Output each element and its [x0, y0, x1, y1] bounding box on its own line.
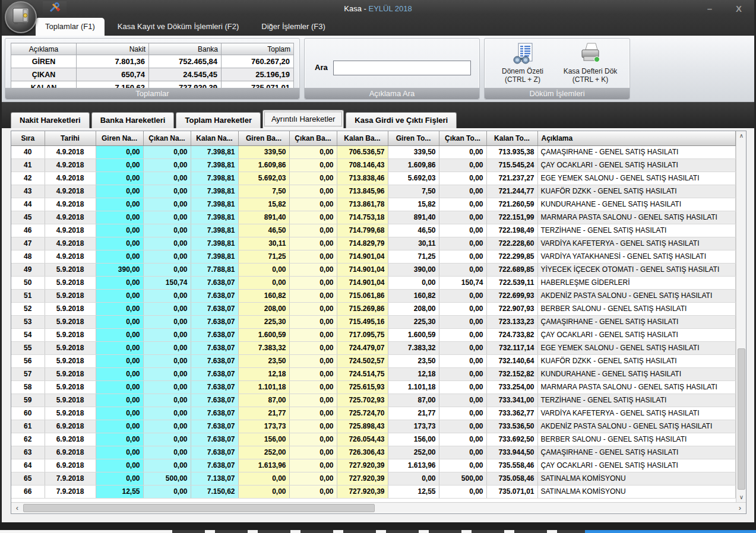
cell[interactable]: 1.101,18: [388, 380, 439, 394]
cell[interactable]: 735.058,46: [486, 472, 537, 485]
cell[interactable]: 724.502,57: [337, 354, 388, 367]
cell[interactable]: 0,00: [143, 420, 191, 433]
cell[interactable]: 7.638,07: [191, 289, 238, 302]
cell[interactable]: 727.920,39: [337, 485, 388, 498]
cell[interactable]: 0,00: [439, 367, 486, 380]
cell[interactable]: MARMARA PASTA SALONU - GENEL SATIŞ HASIL…: [537, 380, 736, 394]
column-header-tarihi[interactable]: Tarihi: [45, 131, 96, 145]
cell[interactable]: 0,00: [143, 237, 191, 250]
cell[interactable]: 0,00: [143, 185, 191, 198]
ribbon-tab-kasa-kayit-ve-dokum-islemleri-f2[interactable]: Kasa Kayıt ve Döküm İşlemleri (F2): [108, 18, 248, 36]
cell[interactable]: 0,00: [143, 263, 191, 276]
cell[interactable]: 725.702,93: [337, 394, 388, 407]
cell[interactable]: 4.9.2018: [45, 211, 96, 224]
cell[interactable]: 62: [11, 433, 45, 446]
cell[interactable]: 0,00: [289, 328, 337, 341]
cell[interactable]: 5.9.2018: [45, 276, 96, 289]
cell[interactable]: 160,82: [388, 289, 439, 302]
cell[interactable]: 0,00: [96, 420, 143, 433]
cell[interactable]: 5.9.2018: [45, 328, 96, 341]
cell[interactable]: 713.838,46: [337, 172, 388, 185]
cell[interactable]: EGE YEMEK SALONU - GENEL SATIŞ HASILATI: [537, 341, 736, 354]
cell[interactable]: 732.140,64: [486, 354, 537, 367]
cell[interactable]: 7.398,81: [191, 145, 238, 158]
cell[interactable]: 63: [11, 446, 45, 459]
cell[interactable]: 7.638,07: [191, 315, 238, 328]
cell[interactable]: EGE YEMEK SALONU - GENEL SATIŞ HASILATI: [537, 172, 736, 185]
cell[interactable]: 0,00: [96, 224, 143, 237]
cell[interactable]: 0,00: [289, 420, 337, 433]
scroll-left-icon[interactable]: ‹: [12, 503, 22, 513]
cell[interactable]: 0,00: [439, 380, 486, 394]
cell[interactable]: 1.613,96: [238, 459, 289, 472]
table-row[interactable]: 434.9.20180,000,007.398,817,500,00713.84…: [11, 185, 736, 198]
cell[interactable]: 46: [11, 224, 45, 237]
cell[interactable]: 0,00: [143, 485, 191, 498]
cell[interactable]: 0,00: [289, 407, 337, 420]
cell[interactable]: 0,00: [439, 237, 486, 250]
cell[interactable]: 722.228,60: [486, 237, 537, 250]
cell[interactable]: 0,00: [439, 315, 486, 328]
table-row[interactable]: 535.9.20180,000,007.638,07225,300,00715.…: [11, 315, 736, 328]
cell[interactable]: 0,00: [289, 354, 337, 367]
cell[interactable]: 724.514,75: [337, 367, 388, 380]
cell[interactable]: 0,00: [289, 172, 337, 185]
cell[interactable]: 7.398,81: [191, 198, 238, 211]
cell[interactable]: 7.638,07: [191, 328, 238, 341]
cell[interactable]: 6.9.2018: [45, 459, 96, 472]
cell[interactable]: 0,00: [96, 328, 143, 341]
cell[interactable]: 0,00: [439, 224, 486, 237]
table-row[interactable]: 414.9.20180,000,007.398,811.609,860,0070…: [11, 158, 736, 172]
cell[interactable]: ÇAMAŞIRHANE - GENEL SATIŞ HASILATI: [537, 446, 736, 459]
table-row[interactable]: 495.9.2018390,000,007.788,810,000,00714.…: [11, 263, 736, 276]
cell[interactable]: 7.638,07: [191, 459, 238, 472]
cell[interactable]: 0,00: [439, 250, 486, 263]
cell[interactable]: 55: [11, 341, 45, 354]
cell[interactable]: YİYECEK İÇECEK OTOMATI - GENEL SATIŞ HAS…: [537, 263, 736, 276]
tab-banka-hareketleri[interactable]: Banka Hareketleri: [91, 112, 175, 128]
cell[interactable]: 6.9.2018: [45, 446, 96, 459]
cell[interactable]: 714.829,79: [337, 237, 388, 250]
cell[interactable]: 57: [11, 367, 45, 380]
cell[interactable]: 4.9.2018: [45, 185, 96, 198]
cell[interactable]: 6.9.2018: [45, 433, 96, 446]
cell[interactable]: 1.600,59: [388, 328, 439, 341]
cell[interactable]: 4.9.2018: [45, 198, 96, 211]
tab-ayrintili-hareketler[interactable]: Ayrıntılı Hareketler: [262, 110, 344, 128]
cell[interactable]: 160,82: [238, 289, 289, 302]
horizontal-scrollbar[interactable]: ‹ ›: [11, 502, 746, 513]
cell[interactable]: 1.101,18: [238, 380, 289, 394]
cell[interactable]: 0,00: [439, 185, 486, 198]
close-button[interactable]: X: [728, 2, 749, 16]
cell[interactable]: 715.269,86: [337, 302, 388, 315]
cell[interactable]: SATINALMA KOMİSYONU: [537, 472, 736, 485]
cell[interactable]: 0,00: [143, 446, 191, 459]
vertical-scrollbar[interactable]: ∧ ∨: [736, 131, 746, 502]
cell[interactable]: 48: [11, 250, 45, 263]
cell[interactable]: 727.920,39: [337, 472, 388, 485]
cell[interactable]: 0,00: [96, 237, 143, 250]
cell[interactable]: 65: [11, 472, 45, 485]
table-row[interactable]: 424.9.20180,000,007.398,815.692,030,0071…: [11, 172, 736, 185]
column-header-cikan-na[interactable]: Çıkan Na...: [143, 131, 191, 145]
cell[interactable]: 0,00: [96, 315, 143, 328]
quick-access-toolbar[interactable]: [43, 1, 67, 17]
tab-toplam-hareketler[interactable]: Toplam Hareketler: [176, 112, 260, 128]
cell[interactable]: 735.071,01: [486, 485, 537, 498]
cell[interactable]: 722.151,99: [486, 211, 537, 224]
cell[interactable]: 58: [11, 380, 45, 394]
cell[interactable]: 0,00: [238, 276, 289, 289]
app-menu-button[interactable]: [5, 1, 37, 33]
cell[interactable]: 0,00: [96, 211, 143, 224]
cell[interactable]: 0,00: [439, 328, 486, 341]
column-header-cikan-ba[interactable]: Çıkan Ba...: [289, 131, 337, 145]
cell[interactable]: 7.638,07: [191, 420, 238, 433]
cell[interactable]: 0,00: [439, 198, 486, 211]
cell[interactable]: 0,00: [439, 433, 486, 446]
cell[interactable]: 0,00: [289, 394, 337, 407]
cell[interactable]: 0,00: [289, 380, 337, 394]
cell[interactable]: 5.9.2018: [45, 289, 96, 302]
cell[interactable]: 0,00: [143, 380, 191, 394]
cell[interactable]: 7.398,81: [191, 224, 238, 237]
cell[interactable]: 390,00: [388, 263, 439, 276]
